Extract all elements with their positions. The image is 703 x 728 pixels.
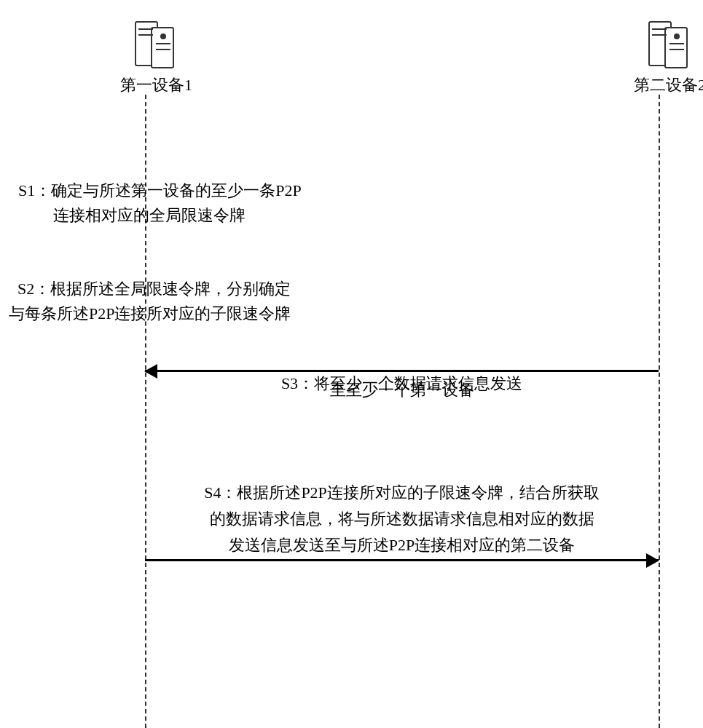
step-s2-line1: S2：根据所述全局限速令牌，分别确定 [9,277,291,301]
step-s1: S1：确定与所述第一设备的至少一条P2P 连接相对应的全局限速令牌 [18,178,302,228]
actor-second-device: 第二设备2 [634,15,703,96]
step-s2: S2：根据所述全局限速令牌，分别确定 与每条所述P2P连接所对应的子限速令牌 [9,277,291,326]
arrow-right-icon [145,559,659,561]
message-s3: S3：将至少一个数据请求信息发送 至至少一个第一设备 [145,371,659,404]
actor-first-label: 第一设备1 [120,74,192,96]
step-s2-line2: 与每条所述P2P连接所对应的子限速令牌 [9,301,291,326]
svg-point-4 [161,34,165,39]
msg-s4-line3: 发送信息发送至与所述P2P连接相对应的第二设备 [145,533,659,558]
arrow-left-icon [145,370,659,372]
msg-s3-below: 至至少一个第一设备 [145,378,659,403]
svg-point-11 [675,34,679,39]
actor-first-device: 第一设备1 [120,15,192,96]
message-s4: S4：根据所述P2P连接所对应的子限速令牌，结合所获取 的数据请求信息，将与所述… [145,480,659,561]
msg-s4-line2: 的数据请求信息，将与所述数据请求信息相对应的数据 [145,507,659,531]
actor-second-label: 第二设备2 [634,74,703,96]
server-icon [131,15,182,73]
msg-s4-line1: S4：根据所述P2P连接所对应的子限速令牌，结合所获取 [145,480,659,505]
step-s1-line1: S1：确定与所述第一设备的至少一条P2P [18,178,302,203]
server-icon [645,15,696,73]
lifeline-second [659,95,660,728]
step-s1-line2: 连接相对应的全局限速令牌 [18,203,302,228]
